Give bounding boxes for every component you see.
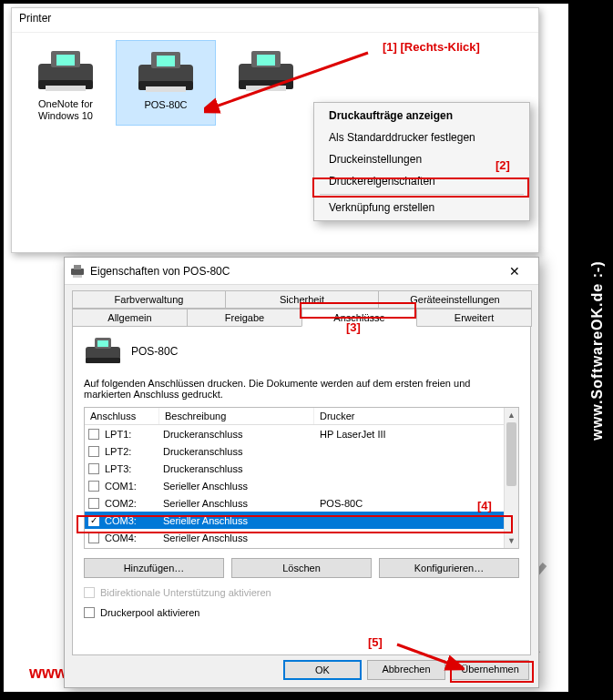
port-checkbox[interactable] [88,533,99,543]
svg-rect-19 [86,347,120,360]
tab-sharing[interactable]: Freigabe [187,309,302,327]
svg-rect-20 [86,358,120,363]
delete-port-button[interactable]: Löschen [231,558,372,578]
port-checkbox[interactable] [88,498,99,509]
port-row[interactable]: COM2:Serieller AnschlussPOS-80C [85,494,518,512]
apply-button[interactable]: Übernehmen [451,660,529,680]
section-printer-header: Printer [12,8,538,33]
annotation-1: [1] [Rechts-Klick] [383,40,480,54]
annotation-5: [5] [368,635,383,649]
menu-show-jobs[interactable]: Druckaufträge anzeigen [316,105,527,127]
tab-strip: Farbverwaltung Sicherheit Geräteeinstell… [65,285,538,327]
watermark-vertical: www.SoftwareOK.de :-) [589,260,606,440]
port-checkbox[interactable] [88,446,99,457]
menu-printer-properties[interactable]: Druckereigenschaften [316,170,527,192]
port-name: COM3: [105,515,163,526]
printer-name-text: POS-80C [131,345,178,358]
port-name: LPT3: [105,463,163,474]
printer-small-icon [70,264,85,279]
svg-rect-4 [46,86,86,91]
port-desc: Serieller Anschluss [163,498,320,509]
scrollbar[interactable]: ▲ ▼ [504,408,518,548]
tab-color[interactable]: Farbverwaltung [72,290,226,309]
printer-item-onenote[interactable]: OneNote for Windows 10 [15,40,116,126]
svg-rect-16 [71,269,84,275]
list-header: Anschluss Beschreibung Drucker [85,408,518,425]
col-desc[interactable]: Beschreibung [159,408,314,424]
menu-create-shortcut[interactable]: Verknüpfung erstellen [316,197,527,218]
menu-set-default[interactable]: Als Standarddrucker festlegen [316,127,527,148]
tab-advanced[interactable]: Erweitert [416,309,532,327]
port-row[interactable]: LPT3:Druckeranschluss [85,460,518,477]
port-desc: Serieller Anschluss [163,481,320,492]
port-row[interactable]: LPT2:Druckeranschluss [85,442,518,460]
printer-label: OneNote for Windows 10 [19,98,112,122]
port-row[interactable]: COM1:Serieller Anschluss [85,477,518,494]
svg-rect-22 [97,340,108,347]
port-checkbox[interactable] [88,429,99,440]
port-checkbox[interactable] [88,481,99,492]
ok-button[interactable]: OK [283,660,362,680]
svg-rect-17 [74,265,81,269]
ports-desc: Auf folgenden Anschlüssen drucken. Die D… [84,378,519,400]
close-button[interactable]: ✕ [496,259,533,284]
port-row[interactable]: COM3:Serieller Anschluss [85,512,518,529]
port-row[interactable]: LPT1:DruckeranschlussHP LaserJet III [85,425,518,442]
port-name: COM1: [105,481,163,492]
port-desc: Druckeranschluss [163,463,320,474]
svg-rect-14 [246,86,286,91]
printer-icon [84,336,122,367]
properties-dialog: Eigenschaften von POS-80C ✕ Farbverwaltu… [64,257,539,688]
port-checkbox[interactable] [88,515,99,526]
bidi-label: Bidirektionale Unterstützung aktivieren [100,587,271,598]
port-list: Anschluss Beschreibung Drucker LPT1:Druc… [84,407,519,549]
tab-body: POS-80C Auf folgenden Anschlüssen drucke… [72,326,531,655]
col-printer[interactable]: Drucker [314,408,518,424]
printer-icon [133,45,199,96]
tab-device[interactable]: Geräteeinstellungen [378,290,532,309]
bidi-checkbox [84,587,95,598]
port-name: COM4: [105,533,163,543]
annotation-3: [3] [346,320,361,334]
annotation-4: [4] [477,499,492,512]
port-desc: Serieller Anschluss [163,533,320,543]
scroll-up[interactable]: ▲ [505,408,518,422]
printer-icon [33,44,98,95]
port-printer: HP LaserJet III [320,429,518,440]
pool-label: Druckerpool aktivieren [100,607,199,618]
dialog-title: Eigenschaften von POS-80C [90,265,496,278]
scroll-down[interactable]: ▼ [505,533,518,548]
printer-item-pos80c[interactable]: POS-80C [116,40,216,126]
printer-item-generic[interactable] [216,40,316,126]
printer-icon [233,44,299,95]
annotation-2: [2] [496,158,510,172]
svg-rect-18 [73,275,82,278]
svg-rect-9 [146,86,186,92]
configure-port-button[interactable]: Konfigurieren… [379,558,519,578]
tab-security[interactable]: Sicherheit [225,290,379,309]
cancel-button[interactable]: Abbrechen [367,660,445,680]
svg-rect-8 [157,56,175,66]
menu-separator [320,194,524,195]
content-area: Printer OneNote for Windows 10 [4,4,568,692]
port-desc: Druckeranschluss [163,429,320,440]
pool-checkbox[interactable] [84,607,95,618]
add-port-button[interactable]: Hinzufügen… [84,558,224,578]
scroll-thumb[interactable] [506,422,516,486]
svg-rect-3 [56,55,75,66]
col-port[interactable]: Anschluss [85,408,159,424]
svg-rect-13 [257,55,275,66]
port-name: LPT1: [105,429,163,440]
port-name: COM2: [105,498,163,509]
port-desc: Serieller Anschluss [163,515,320,526]
port-desc: Druckeranschluss [163,446,320,457]
tab-general[interactable]: Allgemein [72,309,188,327]
port-name: LPT2: [105,446,163,457]
titlebar: Eigenschaften von POS-80C ✕ [65,258,538,285]
port-checkbox[interactable] [88,463,99,474]
port-row[interactable]: COM4:Serieller Anschluss [85,529,518,546]
printer-label: POS-80C [120,99,211,111]
